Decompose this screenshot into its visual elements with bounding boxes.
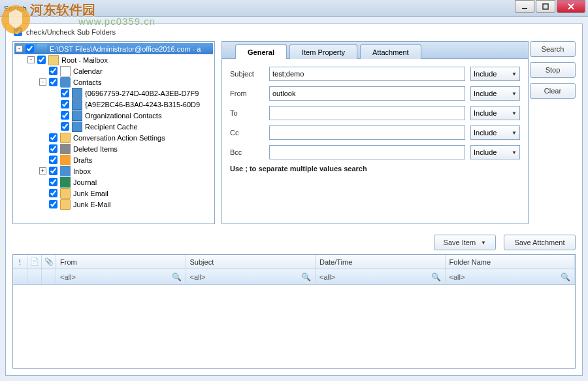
expander-blank [51,101,58,108]
grid-column-header[interactable]: Date/Time [316,255,446,269]
minimize-button[interactable] [515,0,534,13]
tree-label: Recipient Cache [84,123,139,131]
tree-checkbox[interactable] [37,56,46,64]
save-attachment-label: Save Attchment [514,239,564,246]
tab-general[interactable]: General [235,44,287,59]
to-mode-select[interactable]: Include▼ [470,106,520,120]
cal-icon [60,66,71,76]
chevron-down-icon: ▼ [512,130,517,136]
chevron-down-icon: ▼ [512,91,517,97]
grid-column-header[interactable]: 📎 [42,255,56,269]
tree-node[interactable]: Drafts [14,154,213,165]
bcc-input[interactable] [269,145,465,159]
cc-mode-select[interactable]: Include▼ [470,125,520,140]
tree-checkbox[interactable] [49,144,57,153]
bcc-mode-select[interactable]: Include▼ [470,145,520,159]
search-tabs: GeneralItem PropertyAttachment [222,42,528,59]
folder-tree[interactable]: -E:\OST Files\Administrator@office2016.c… [12,41,215,224]
form-label: Bcc [230,148,269,156]
drafts-icon [60,155,71,165]
expander-blank [51,123,58,130]
tree-checkbox[interactable] [61,111,69,120]
tree-checkbox[interactable] [61,100,69,108]
collapse-icon[interactable]: - [39,78,46,86]
from-mode-select[interactable]: Include▼ [470,86,520,101]
form-label: To [230,109,269,117]
maximize-button[interactable] [536,0,555,13]
collapse-icon[interactable]: - [27,56,35,63]
form-label: From [230,90,269,97]
tree-node[interactable]: -Contacts [14,76,213,88]
search-icon[interactable]: 🔍 [172,273,182,282]
expander-blank [51,112,58,119]
save-attachment-button[interactable]: Save Attchment [504,235,576,250]
tree-node[interactable]: {A9E2BC46-B3A0-4243-B315-60D9 [14,99,213,110]
grid-filter-cell[interactable]: <all>🔍 [446,269,576,284]
tab-attachment[interactable]: Attachment [360,44,421,59]
tree-checkbox[interactable] [61,122,69,131]
tree-node[interactable]: Deleted Items [14,143,213,154]
collapse-icon[interactable]: - [16,45,23,52]
close-button[interactable] [557,0,585,13]
tree-node[interactable]: Recipient Cache [14,121,213,132]
grid-filter-cell[interactable]: <all>🔍 [316,269,446,284]
form-row-bcc: BccInclude▼ [230,145,520,159]
grid-filter-cell[interactable] [42,269,56,284]
clear-button[interactable]: Clear [530,83,576,99]
expander-blank [39,145,46,152]
grid-column-header[interactable]: Folder Name [446,255,576,269]
tree-node[interactable]: Calendar [14,65,213,76]
tree-checkbox[interactable] [49,78,57,86]
tree-checkbox[interactable] [49,200,57,208]
check-subfolders-text: check/Uncheck Sub Folders [26,28,116,36]
tree-node[interactable]: {06967759-274D-40B2-A3EB-D7F9 [14,88,213,99]
from-input[interactable] [269,86,465,101]
tree-checkbox[interactable] [49,67,57,75]
grid-column-header[interactable]: Subject [186,255,316,269]
filter-placeholder: <all> [319,273,335,281]
tree-checkbox[interactable] [49,133,57,142]
grid-column-header[interactable]: 📄 [27,255,42,269]
tree-label: Calendar [72,67,104,75]
tree-checkbox[interactable] [49,178,57,186]
tab-item-property[interactable]: Item Property [289,44,357,59]
tree-checkbox[interactable] [49,167,57,175]
search-icon[interactable]: 🔍 [431,273,441,282]
search-button[interactable]: Search [530,41,576,57]
to-input[interactable] [269,106,465,120]
tree-checkbox[interactable] [49,156,57,164]
results-grid[interactable]: !📄📎FromSubjectDate/TimeFolder Name <all>… [12,254,576,369]
cc-input[interactable] [269,125,465,140]
window-controls [515,0,585,13]
tree-checkbox[interactable] [61,89,69,97]
stop-button[interactable]: Stop [530,62,576,78]
tree-node[interactable]: Journal [14,176,213,188]
expander-blank [39,201,46,208]
save-item-button[interactable]: Save Item ▼ [434,235,496,250]
tree-node[interactable]: Junk Email [14,188,213,199]
tree-node[interactable]: Organizational Contacts [14,110,213,121]
grid-filter-cell[interactable]: <all>🔍 [186,269,316,284]
grid-filter-cell[interactable] [13,269,27,284]
expand-icon[interactable]: + [39,167,46,174]
tree-node[interactable]: +Inbox [14,165,213,176]
tree-node[interactable]: Junk E-Mail [14,199,213,210]
tree-checkbox[interactable] [25,44,34,53]
subject-mode-select[interactable]: Include▼ [470,67,520,81]
grid-filter-cell[interactable] [27,269,42,284]
tree-node[interactable]: Conversation Action Settings [14,132,213,143]
chevron-down-icon: ▼ [481,240,486,246]
form-label: Subject [230,70,269,78]
search-icon[interactable]: 🔍 [561,273,570,282]
tree-label: Conversation Action Settings [72,134,167,142]
search-icon[interactable]: 🔍 [301,273,311,282]
grid-column-header[interactable]: From [56,255,186,269]
subject-input[interactable] [269,67,465,81]
grid-filter-cell[interactable]: <all>🔍 [56,269,186,284]
contact-item-icon [72,88,82,99]
grid-column-header[interactable]: ! [13,255,27,269]
tree-node[interactable]: -Root - Mailbox [14,54,213,65]
tree-checkbox[interactable] [49,189,57,197]
grid-header: !📄📎FromSubjectDate/TimeFolder Name [13,255,575,269]
tree-node[interactable]: -E:\OST Files\Administrator@office2016.c… [14,43,213,54]
